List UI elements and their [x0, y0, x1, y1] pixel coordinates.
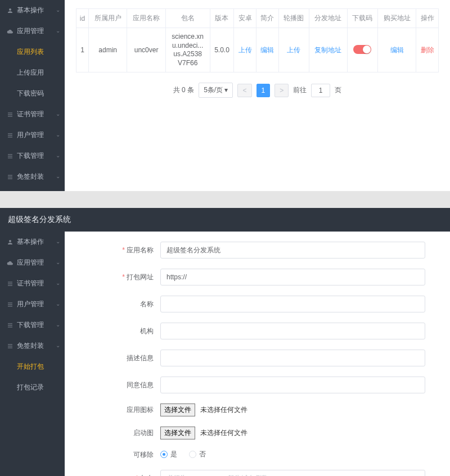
chevron-down-icon: ⌄ [56, 28, 60, 34]
sidebar-label: 免签封装 [17, 172, 44, 182]
th-pkg: 包名 [165, 9, 210, 28]
pager-total: 共 0 条 [173, 85, 194, 95]
chevron-down-icon: ⌄ [56, 301, 60, 307]
radio-removable-yes[interactable]: 是 [160, 450, 177, 459]
lbl-app-name: 应用名称 [127, 246, 154, 254]
main-form-area: *应用名称 *打包网址 名称 机构 描述信息 同意信息 [65, 232, 450, 476]
pagination: 共 0 条 5条/页 ▾ < 1 > 前往 页 [76, 83, 439, 98]
sidebar-nosign[interactable]: 免签封装 ⌄ [0, 166, 65, 187]
sidebar-label: 基本操作 [17, 6, 44, 15]
sidebar-cert[interactable]: 证书管理 ⌄ [0, 104, 65, 125]
dlcode-switch[interactable] [353, 45, 371, 54]
sidebar-bot: 基本操作⌄ 应用管理⌄ 证书管理⌄ 用户管理⌄ 下载管理⌄ 免签封装⌄ [0, 232, 65, 476]
sidebar-label: 证书管理 [17, 110, 44, 119]
sidebar-sub-pack-log[interactable]: 打包记录 [0, 377, 65, 398]
cloud-icon [7, 28, 14, 35]
buy-edit-link[interactable]: 编辑 [390, 46, 404, 54]
list-icon [7, 153, 14, 160]
chevron-down-icon: ⌄ [56, 321, 60, 328]
pager-next[interactable]: > [274, 84, 289, 97]
th-user: 所属用户 [89, 9, 127, 28]
file-status-splash: 未选择任何文件 [200, 429, 248, 437]
pager-goto-input[interactable] [311, 84, 330, 97]
file-button-icon[interactable]: 选择文件 [160, 404, 195, 416]
copy-dist-link[interactable]: 复制地址 [314, 46, 341, 54]
th-dist: 分发地址 [309, 9, 347, 28]
sidebar-app-mgmt[interactable]: 应用管理⌄ [0, 252, 65, 273]
cell-id: 1 [76, 28, 89, 72]
sidebar-app-mgmt[interactable]: 应用管理 ⌄ [0, 21, 65, 42]
app-header: 超级签名分发系统 [0, 208, 450, 232]
sidebar-download[interactable]: 下载管理 ⌄ [0, 146, 65, 166]
cell-pkg: science.xnu.undeci...us.A2538V7F66 [165, 28, 210, 72]
lbl-name: 名称 [140, 300, 154, 308]
chevron-down-icon: ⌄ [56, 280, 60, 286]
list-icon [7, 132, 14, 139]
table-row: 1 admin unc0ver science.xnu.undeci...us.… [76, 28, 439, 72]
lbl-agree: 同意信息 [127, 381, 154, 389]
cloud-icon [7, 260, 14, 266]
lbl-pack-url: 打包网址 [127, 273, 154, 281]
th-op: 操作 [416, 9, 439, 28]
sidebar-cert[interactable]: 证书管理⌄ [0, 273, 65, 294]
file-status-icon: 未选择任何文件 [200, 406, 248, 414]
th-name: 应用名称 [127, 9, 165, 28]
list-icon [7, 343, 14, 350]
input-org[interactable] [160, 323, 425, 339]
android-upload-link[interactable]: 上传 [238, 46, 252, 54]
user-icon [7, 7, 14, 14]
th-android: 安卓 [234, 9, 256, 28]
sidebar-nosign[interactable]: 免签封装⌄ [0, 336, 65, 356]
list-icon [7, 174, 14, 180]
input-name[interactable] [160, 296, 425, 312]
lbl-splash: 启动图 [133, 429, 154, 437]
pager-perpage-select[interactable]: 5条/页 ▾ [199, 83, 233, 98]
lbl-desc: 描述信息 [127, 354, 154, 362]
list-icon [7, 111, 14, 118]
table-header-row: id 所属用户 应用名称 包名 版本 安卓 简介 轮播图 分发地址 下载码 购买… [76, 9, 439, 28]
cell-ver: 5.0.0 [210, 28, 234, 72]
delete-link[interactable]: 删除 [421, 46, 434, 54]
carousel-upload-link[interactable]: 上传 [287, 46, 300, 54]
input-agree[interactable] [160, 377, 425, 393]
chevron-down-icon: ⌄ [56, 111, 60, 117]
chevron-down-icon: ⌄ [56, 152, 60, 158]
sidebar-user[interactable]: 用户管理⌄ [0, 294, 65, 315]
sidebar-download[interactable]: 下载管理⌄ [0, 315, 65, 336]
th-ver: 版本 [210, 9, 234, 28]
sidebar-basic[interactable]: 基本操作⌄ [0, 232, 65, 252]
chevron-down-icon: ⌄ [56, 342, 60, 348]
chevron-down-icon: ⌄ [56, 238, 60, 244]
chevron-down-icon: ⌄ [56, 259, 60, 265]
th-intro: 简介 [256, 9, 279, 28]
cell-name: unc0ver [127, 28, 165, 72]
file-button-splash[interactable]: 选择文件 [160, 427, 195, 439]
pager-goto-label: 前往 [293, 85, 307, 95]
sidebar-label: 应用管理 [17, 26, 44, 36]
input-app-name[interactable] [160, 242, 425, 259]
sidebar-sub-upload[interactable]: 上传应用 [0, 62, 65, 83]
lbl-removable: 可移除 [133, 451, 154, 459]
pager-page-1[interactable]: 1 [256, 84, 271, 97]
th-buy: 购买地址 [377, 9, 416, 28]
chevron-down-icon: ⌄ [56, 7, 60, 13]
sidebar-sub-start-pack[interactable]: 开始打包 [0, 356, 65, 377]
sidebar-user[interactable]: 用户管理 ⌄ [0, 125, 65, 146]
app-table: id 所属用户 应用名称 包名 版本 安卓 简介 轮播图 分发地址 下载码 购买… [76, 8, 439, 72]
intro-edit-link[interactable]: 编辑 [260, 46, 274, 54]
lbl-org: 机构 [140, 327, 154, 335]
sidebar-top: 基本操作 ⌄ 应用管理 ⌄ 应用列表 上传应用 下载密码 证书管理 ⌄ 用户管理… [0, 0, 65, 191]
input-pkg[interactable] [160, 470, 425, 476]
radio-removable-no[interactable]: 否 [189, 450, 206, 459]
sidebar-label: 下载管理 [17, 151, 44, 161]
list-icon [7, 280, 14, 287]
sidebar-basic[interactable]: 基本操作 ⌄ [0, 0, 65, 21]
sidebar-label: 用户管理 [17, 130, 44, 140]
input-pack-url[interactable] [160, 269, 425, 285]
input-desc[interactable] [160, 350, 425, 366]
user-icon [7, 239, 14, 246]
sidebar-sub-dlpwd[interactable]: 下载密码 [0, 83, 65, 104]
sidebar-sub-applist[interactable]: 应用列表 [0, 42, 65, 62]
pager-prev[interactable]: < [237, 84, 251, 97]
pager-page-label: 页 [335, 85, 341, 95]
